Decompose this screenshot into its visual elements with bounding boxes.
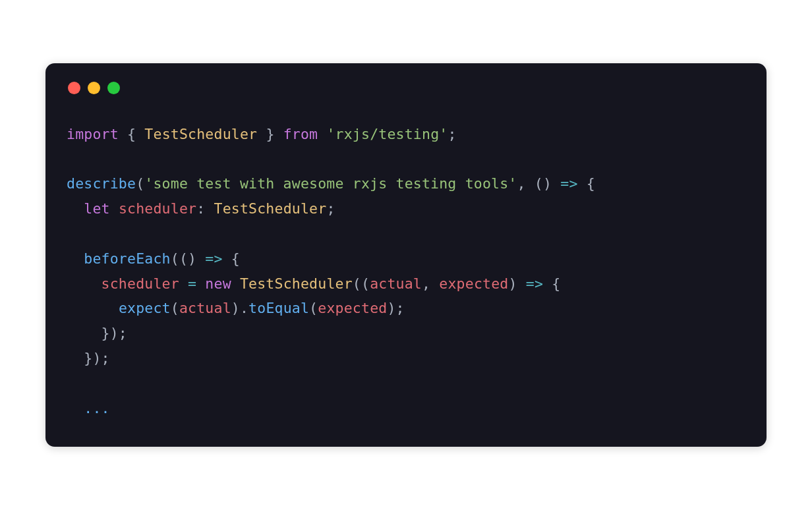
identifier-var: expected [439, 275, 508, 292]
code-block: import { TestScheduler } from 'rxjs/test… [67, 122, 745, 421]
code-line: import { TestScheduler } from 'rxjs/test… [67, 126, 457, 142]
paren-close: ) [231, 300, 240, 316]
keyword-new: new [205, 275, 231, 292]
traffic-light-zoom-icon [107, 82, 120, 94]
code-line: expect(actual).toEqual(expected); [67, 300, 405, 316]
comma: , [422, 275, 430, 292]
identifier-var: scheduler [119, 200, 196, 217]
arrow-params: () [535, 175, 552, 192]
code-line: }); [67, 350, 110, 366]
ellipsis: ... [84, 400, 109, 416]
brace-open: { [587, 175, 595, 192]
code-line: describe('some test with awesome rxjs te… [67, 175, 595, 192]
identifier-var: scheduler [102, 275, 179, 292]
equals: = [188, 275, 196, 292]
paren-open: ( [309, 300, 318, 316]
block-close: }); [84, 350, 109, 366]
fn-beforeeach: beforeEach [84, 250, 170, 267]
paren-open: ( [353, 275, 361, 292]
keyword-let: let [84, 200, 109, 217]
identifier-class: TestScheduler [144, 126, 257, 142]
code-line: ... [67, 400, 110, 416]
fn-describe: describe [67, 175, 136, 192]
identifier-class: TestScheduler [240, 275, 353, 292]
string-literal: 'some test with awesome rxjs testing too… [144, 175, 517, 192]
identifier-var: actual [179, 300, 231, 316]
arrow-params: () [179, 250, 196, 267]
paren-open: ( [171, 250, 179, 267]
colon: : [196, 200, 205, 217]
semicolon: ; [396, 300, 405, 316]
traffic-light-close-icon [68, 82, 80, 94]
identifier-var: expected [318, 300, 387, 316]
paren-close: ) [508, 275, 517, 292]
arrow: => [526, 275, 543, 292]
identifier-type: TestScheduler [214, 200, 327, 217]
paren-open: ( [361, 275, 370, 292]
brace-open: { [231, 250, 240, 267]
traffic-lights [68, 82, 745, 94]
string-literal: 'rxjs/testing' [326, 126, 448, 142]
keyword-from: from [283, 126, 318, 142]
keyword-import: import [67, 126, 119, 142]
fn-expect: expect [119, 300, 171, 316]
code-line: }); [67, 325, 127, 341]
arrow: => [560, 175, 577, 192]
code-line: beforeEach(() => { [67, 250, 240, 267]
fn-toequal: toEqual [248, 300, 309, 316]
paren-open: ( [171, 300, 179, 316]
brace-open: { [127, 126, 136, 142]
comma: , [517, 175, 526, 192]
semicolon: ; [326, 200, 335, 217]
block-close: }); [102, 325, 127, 341]
traffic-light-minimize-icon [88, 82, 100, 94]
paren-close: ) [387, 300, 395, 316]
dot: . [240, 300, 248, 316]
brace-close: } [266, 126, 274, 142]
code-window: import { TestScheduler } from 'rxjs/test… [45, 63, 767, 447]
paren-open: ( [136, 175, 144, 192]
brace-open: { [552, 275, 560, 292]
code-line: let scheduler: TestScheduler; [67, 200, 335, 217]
code-line: scheduler = new TestScheduler((actual, e… [67, 275, 560, 292]
arrow: => [205, 250, 222, 267]
identifier-var: actual [370, 275, 422, 292]
semicolon: ; [448, 126, 456, 142]
